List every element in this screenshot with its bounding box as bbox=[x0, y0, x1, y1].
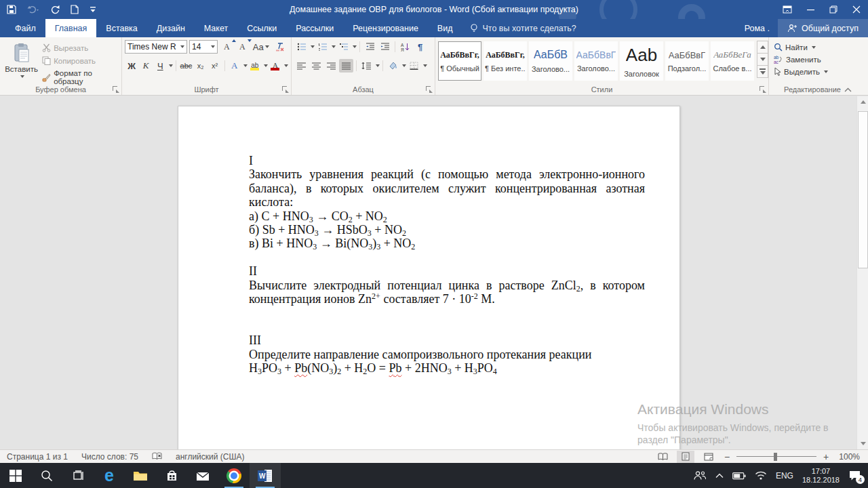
ribbon-tab-4[interactable]: Макет bbox=[195, 19, 237, 37]
page-indicator[interactable]: Страница 1 из 1 bbox=[7, 452, 68, 462]
replace-button[interactable]: abac Заменить bbox=[772, 54, 853, 64]
zoom-in-button[interactable]: + bbox=[822, 451, 830, 462]
word-icon[interactable]: W bbox=[250, 463, 281, 488]
style-card-5[interactable]: АаБбВвГПодзагол... bbox=[665, 41, 709, 81]
ribbon-tab-7[interactable]: Рецензирование bbox=[343, 19, 428, 37]
subscript-button[interactable]: x₂ bbox=[193, 59, 207, 73]
multilevel-list-button[interactable] bbox=[336, 40, 351, 54]
word-count[interactable]: Число слов: 75 bbox=[81, 452, 138, 462]
styles-more-icon[interactable] bbox=[757, 65, 768, 78]
font-dialog-launcher-icon[interactable] bbox=[282, 86, 289, 93]
superscript-button[interactable]: x² bbox=[208, 59, 222, 73]
decrease-indent-button[interactable] bbox=[363, 40, 377, 54]
text-effects-button[interactable]: А bbox=[228, 59, 241, 73]
line-spacing-dropdown-icon[interactable] bbox=[376, 64, 380, 67]
change-case-button[interactable]: Aa bbox=[251, 40, 271, 54]
mail-icon[interactable] bbox=[187, 463, 218, 488]
ribbon-tab-3[interactable]: Дизайн bbox=[147, 19, 195, 37]
undo-icon[interactable] bbox=[27, 5, 39, 14]
styles-scroll-down-icon[interactable] bbox=[757, 53, 768, 66]
minimize-button[interactable] bbox=[799, 0, 822, 19]
print-layout-icon[interactable] bbox=[677, 451, 694, 463]
edge-icon[interactable]: e bbox=[94, 463, 125, 488]
zoom-slider[interactable] bbox=[736, 451, 816, 463]
document-text[interactable]: IЗакончить уравнения реакций (с помощью … bbox=[249, 154, 645, 375]
copy-button[interactable]: Копировать bbox=[40, 56, 119, 66]
format-painter-button[interactable]: Формат по образцу bbox=[40, 68, 119, 86]
ribbon-tab-0[interactable]: Файл bbox=[5, 19, 45, 37]
language-indicator[interactable]: английский (США) bbox=[176, 452, 244, 462]
line-spacing-button[interactable] bbox=[359, 59, 374, 73]
underline-dropdown-icon[interactable] bbox=[169, 64, 173, 67]
shrink-font-button[interactable]: А bbox=[235, 40, 249, 54]
justify-button[interactable] bbox=[339, 59, 353, 73]
numbering-button[interactable] bbox=[315, 40, 330, 54]
language-switcher[interactable]: ENG bbox=[776, 471, 793, 481]
zoom-out-button[interactable]: − bbox=[723, 451, 731, 462]
tray-expand-icon[interactable] bbox=[715, 473, 724, 479]
align-left-button[interactable] bbox=[294, 59, 309, 73]
style-card-0[interactable]: АаБбВвГг,¶ Обычный bbox=[438, 41, 481, 81]
new-document-icon[interactable] bbox=[71, 5, 79, 14]
ribbon-display-options-icon[interactable] bbox=[776, 0, 799, 19]
zoom-level[interactable]: 100% bbox=[835, 452, 860, 462]
show-marks-button[interactable]: ¶ bbox=[413, 40, 427, 54]
borders-dropdown-icon[interactable] bbox=[423, 64, 427, 67]
scroll-down-icon[interactable] bbox=[857, 438, 868, 449]
customize-qat-icon[interactable] bbox=[90, 6, 96, 13]
account-name[interactable]: Рома . bbox=[736, 19, 778, 37]
redo-icon[interactable] bbox=[50, 5, 60, 14]
chrome-icon[interactable] bbox=[218, 463, 250, 488]
style-card-3[interactable]: АаБбВвГЗаголово... bbox=[574, 41, 618, 81]
tell-me-box[interactable]: Что вы хотите сделать? bbox=[462, 19, 584, 37]
bullets-dropdown-icon[interactable] bbox=[311, 45, 315, 48]
paste-button[interactable]: Вставить bbox=[3, 40, 40, 83]
styles-scroll-up-icon[interactable] bbox=[757, 41, 768, 54]
save-icon[interactable] bbox=[7, 5, 16, 14]
multilevel-dropdown-icon[interactable] bbox=[353, 45, 357, 48]
read-mode-icon[interactable] bbox=[654, 451, 671, 463]
align-right-button[interactable] bbox=[324, 59, 338, 73]
clipboard-dialog-launcher-icon[interactable] bbox=[113, 86, 119, 93]
file-explorer-icon[interactable] bbox=[125, 463, 156, 488]
font-color-button[interactable]: А bbox=[269, 59, 282, 73]
shading-dropdown-icon[interactable] bbox=[402, 64, 406, 67]
taskbar-search-icon[interactable] bbox=[31, 463, 62, 488]
share-button[interactable]: Общий доступ bbox=[778, 19, 868, 37]
font-size-combobox[interactable]: 14 bbox=[189, 40, 218, 54]
cut-button[interactable]: Вырезать bbox=[40, 43, 119, 53]
task-view-icon[interactable] bbox=[62, 463, 94, 488]
restore-button[interactable] bbox=[822, 0, 845, 19]
ribbon-tab-8[interactable]: Вид bbox=[428, 19, 462, 37]
italic-button[interactable]: К bbox=[139, 59, 153, 73]
clock[interactable]: 17:07 18.12.2018 bbox=[802, 467, 840, 485]
paragraph-dialog-launcher-icon[interactable] bbox=[426, 86, 433, 93]
ribbon-tab-5[interactable]: Ссылки bbox=[237, 19, 286, 37]
styles-dialog-launcher-icon[interactable] bbox=[760, 86, 766, 93]
ribbon-tab-6[interactable]: Рассылки bbox=[286, 19, 343, 37]
bullets-button[interactable] bbox=[294, 40, 309, 54]
action-center-icon[interactable]: 4 bbox=[848, 470, 861, 481]
battery-icon[interactable] bbox=[732, 472, 746, 480]
start-button[interactable] bbox=[0, 463, 31, 488]
ribbon-tab-1[interactable]: Главная bbox=[45, 19, 97, 37]
shading-button[interactable] bbox=[386, 59, 400, 73]
ribbon-tab-2[interactable]: Вставка bbox=[96, 19, 146, 37]
font-color-dropdown-icon[interactable] bbox=[284, 64, 288, 67]
align-center-button[interactable] bbox=[309, 59, 323, 73]
grow-font-button[interactable]: А bbox=[220, 40, 233, 54]
style-card-4[interactable]: АabЗаголовок bbox=[620, 41, 663, 81]
increase-indent-button[interactable] bbox=[378, 40, 392, 54]
collapse-ribbon-icon[interactable] bbox=[844, 87, 852, 92]
zoom-slider-thumb[interactable] bbox=[774, 453, 777, 461]
text-effects-dropdown-icon[interactable] bbox=[243, 64, 248, 67]
style-card-1[interactable]: АаБбВвГг,¶ Без инте... bbox=[484, 41, 527, 81]
style-card-2[interactable]: АаБбВЗаголово... bbox=[529, 41, 572, 81]
find-button[interactable]: Найти bbox=[772, 42, 853, 52]
strikethrough-button[interactable]: abc bbox=[179, 59, 193, 73]
scroll-up-icon[interactable] bbox=[857, 96, 868, 108]
sort-button[interactable]: АЯ bbox=[398, 40, 412, 54]
close-button[interactable] bbox=[845, 0, 868, 19]
vertical-scrollbar[interactable] bbox=[856, 96, 868, 449]
scrollbar-thumb[interactable] bbox=[858, 111, 868, 268]
